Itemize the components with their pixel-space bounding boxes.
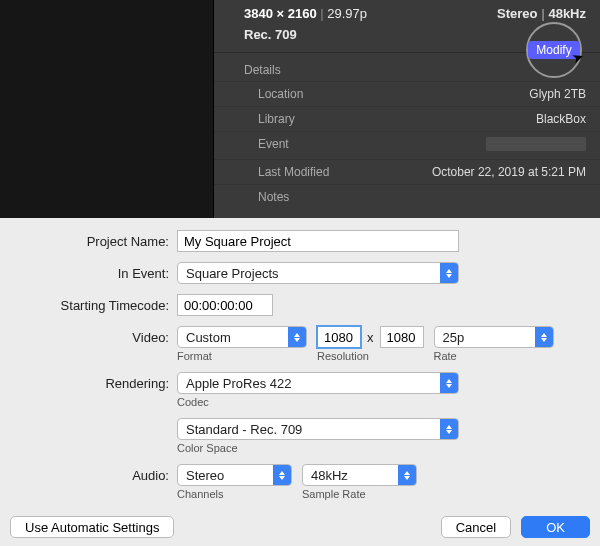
location-value: Glyph 2TB	[378, 87, 586, 101]
in-event-select[interactable]: Square Projects	[177, 262, 459, 284]
starting-timecode-input[interactable]	[177, 294, 273, 316]
audio-label: Audio:	[12, 464, 177, 483]
inspector-info-panel: 3840 × 2160 | 29.97p Stereo | 48kHz Rec.…	[214, 0, 600, 218]
video-rate-sublabel: Rate	[434, 350, 554, 362]
chevron-updown-icon	[440, 373, 458, 393]
inspector-pane: 3840 × 2160 | 29.97p Stereo | 48kHz Rec.…	[0, 0, 600, 218]
event-label: Event	[258, 137, 378, 154]
dialog-button-bar: Use Automatic Settings Cancel OK	[0, 516, 600, 538]
in-event-label: In Event:	[12, 262, 177, 281]
library-label: Library	[258, 112, 378, 126]
event-value	[378, 137, 586, 154]
video-format-select[interactable]: Custom	[177, 326, 307, 348]
audio-channels-select[interactable]: Stereo	[177, 464, 292, 486]
audio-channels-label: Stereo	[497, 6, 537, 21]
video-format-sublabel: Format	[177, 350, 307, 362]
video-rate-value: 25p	[443, 330, 465, 345]
starting-timecode-label: Starting Timecode:	[12, 294, 177, 313]
project-name-input[interactable]	[177, 230, 459, 252]
chevron-updown-icon	[288, 327, 306, 347]
detail-row-last-modified: Last Modified October 22, 2019 at 5:21 P…	[214, 159, 600, 184]
last-modified-value: October 22, 2019 at 5:21 PM	[378, 165, 586, 179]
video-format-value: Custom	[186, 330, 231, 345]
framerate-value: 29.97p	[327, 6, 367, 21]
modify-button-label: Modify	[536, 43, 571, 57]
notes-label: Notes	[258, 190, 378, 204]
row-starting-timecode: Starting Timecode:	[0, 294, 600, 316]
last-modified-label: Last Modified	[258, 165, 378, 179]
settings-form: Project Name: In Event: Square Projects …	[0, 218, 600, 500]
video-label: Video:	[12, 326, 177, 345]
rendering-codec-value: Apple ProRes 422	[186, 376, 292, 391]
row-rendering: Rendering: Apple ProRes 422 Codec Standa…	[0, 372, 600, 454]
audio-channels-sublabel: Channels	[177, 488, 292, 500]
inspector-blank-region	[0, 0, 213, 218]
row-audio: Audio: Stereo Channels 48kHz Sample Rate	[0, 464, 600, 500]
inspector-header: 3840 × 2160 | 29.97p Stereo | 48kHz Rec.…	[214, 0, 600, 53]
video-width-input[interactable]	[317, 326, 361, 348]
cursor-highlight-circle: Modify ➤	[526, 22, 582, 78]
detail-row-notes: Notes	[214, 184, 600, 209]
video-height-input[interactable]	[380, 326, 424, 348]
detail-row-location: Location Glyph 2TB	[214, 81, 600, 106]
row-video: Video: Custom Format x Resolution	[0, 326, 600, 362]
chevron-updown-icon	[440, 419, 458, 439]
in-event-value: Square Projects	[186, 266, 279, 281]
audio-channels-value: Stereo	[186, 468, 224, 483]
detail-row-event: Event	[214, 131, 600, 159]
resolution-value: 3840 × 2160	[244, 6, 317, 21]
location-label: Location	[258, 87, 378, 101]
rendering-colorspace-select[interactable]: Standard - Rec. 709	[177, 418, 459, 440]
detail-row-library: Library BlackBox	[214, 106, 600, 131]
project-settings-dialog: Project Name: In Event: Square Projects …	[0, 218, 600, 546]
details-section: Details Location Glyph 2TB Library Black…	[214, 53, 600, 209]
rendering-colorspace-value: Standard - Rec. 709	[186, 422, 302, 437]
rendering-codec-select[interactable]: Apple ProRes 422	[177, 372, 459, 394]
modify-button[interactable]: Modify ➤	[528, 41, 579, 59]
use-automatic-settings-button[interactable]: Use Automatic Settings	[10, 516, 174, 538]
audio-samplerate-sublabel: Sample Rate	[302, 488, 417, 500]
rendering-colorspace-sublabel: Color Space	[177, 442, 459, 454]
chevron-updown-icon	[398, 465, 416, 485]
row-project-name: Project Name:	[0, 230, 600, 252]
resolution-x: x	[365, 330, 376, 345]
project-name-label: Project Name:	[12, 230, 177, 249]
event-blank-pill	[486, 137, 586, 151]
row-in-event: In Event: Square Projects	[0, 262, 600, 284]
rendering-label: Rendering:	[12, 372, 177, 391]
audio-rate-value: 48kHz	[548, 6, 586, 21]
chevron-updown-icon	[535, 327, 553, 347]
chevron-updown-icon	[440, 263, 458, 283]
audio-line: Stereo | 48kHz	[497, 6, 586, 21]
audio-samplerate-value: 48kHz	[311, 468, 348, 483]
notes-value	[378, 190, 586, 204]
video-resolution-sublabel: Resolution	[317, 350, 424, 362]
ok-button[interactable]: OK	[521, 516, 590, 538]
rendering-codec-sublabel: Codec	[177, 396, 459, 408]
library-value: BlackBox	[378, 112, 586, 126]
audio-samplerate-select[interactable]: 48kHz	[302, 464, 417, 486]
video-rate-select[interactable]: 25p	[434, 326, 554, 348]
cancel-button[interactable]: Cancel	[441, 516, 511, 538]
chevron-updown-icon	[273, 465, 291, 485]
